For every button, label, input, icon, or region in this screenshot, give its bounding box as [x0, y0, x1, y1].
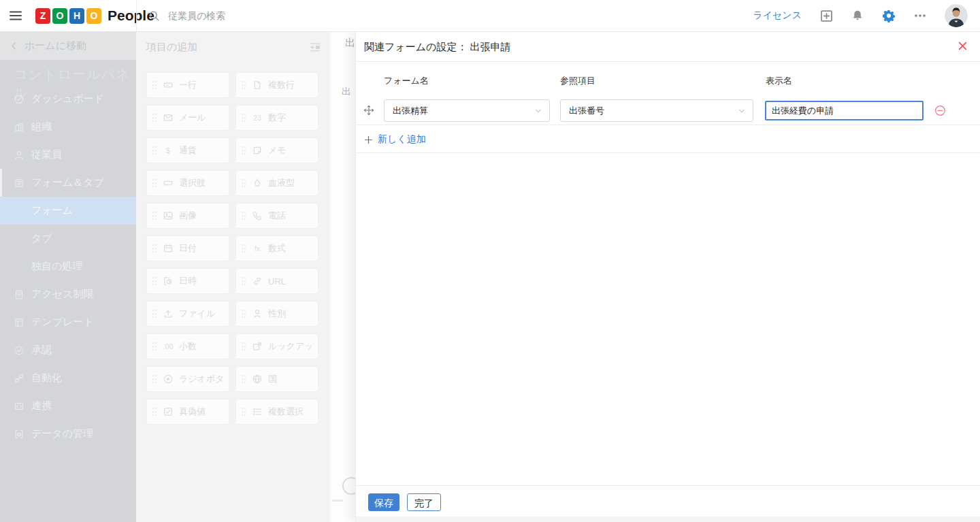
sidebar: ホームに移動 コントロールパネル ダッシュボード組織従業員フォーム＆タブフォーム… — [0, 31, 136, 522]
palette-field-label: 日時 — [179, 275, 197, 287]
palette-field-multi-select[interactable]: 複数選択 — [235, 399, 318, 425]
palette-field-currency[interactable]: $通貨 — [146, 137, 229, 163]
plus-icon — [364, 135, 373, 144]
add-new-row-link[interactable]: 新しく追加 — [364, 133, 426, 146]
field-palette: 項目の追加 一行複数行メール23数字$通貨メモ選択肢血液型画像電話日付fx数式日… — [136, 31, 330, 522]
chevron-down-icon — [117, 319, 125, 327]
notifications-bell-icon[interactable] — [851, 10, 864, 22]
palette-field-formula[interactable]: fx数式 — [235, 235, 318, 261]
palette-field-decimal[interactable]: .00小数 — [146, 333, 229, 359]
dashboard-icon — [14, 94, 24, 105]
palette-field-label: 電話 — [268, 210, 286, 222]
palette-field-radio[interactable]: ラジオボタン — [146, 366, 229, 392]
sidebar-item-access[interactable]: アクセス制限 — [0, 280, 136, 308]
palette-field-date[interactable]: 日付 — [146, 235, 229, 261]
palette-field-phone[interactable]: 電話 — [235, 203, 318, 229]
palette-field-number[interactable]: 23数字 — [235, 105, 318, 131]
search-input[interactable] — [167, 10, 387, 22]
integration-icon — [14, 401, 24, 412]
add-new-icon[interactable] — [820, 10, 833, 22]
search-icon — [148, 10, 160, 22]
save-button[interactable]: 保存 — [368, 493, 399, 511]
sidebar-item-label: 独自の処理 — [31, 260, 125, 273]
sidebar-item-approval[interactable]: 承認 — [0, 336, 136, 364]
palette-field-label: ルックアップ — [268, 340, 314, 353]
form-name-select[interactable]: 出張精算 — [384, 99, 550, 122]
gender-icon — [252, 308, 263, 319]
formula-icon: fx — [252, 244, 263, 252]
sidebar-item-data-admin[interactable]: データの管理 — [0, 420, 136, 448]
more-options-icon[interactable] — [914, 10, 926, 22]
sidebar-item-label: 連携 — [31, 399, 117, 412]
palette-field-choices[interactable]: 選択肢 — [146, 170, 229, 196]
remove-row-icon[interactable] — [934, 105, 946, 116]
palette-field-gender[interactable]: 性別 — [235, 301, 318, 327]
sidebar-item-label: 承認 — [31, 344, 125, 357]
sidebar-item-label: タブ — [31, 232, 125, 245]
palette-field-boolean[interactable]: 真偽値 — [146, 399, 229, 425]
mail-icon — [163, 112, 174, 123]
sidebar-item-tab[interactable]: タブ — [0, 225, 136, 252]
palette-field-url[interactable]: URL — [235, 268, 318, 294]
drag-dots-icon — [152, 341, 157, 352]
sidebar-item-custom-actions[interactable]: 独自の処理 — [0, 252, 136, 280]
settings-gear-icon[interactable] — [882, 9, 896, 22]
sidebar-item-employee[interactable]: 従業員 — [0, 141, 136, 169]
display-name-input[interactable] — [765, 101, 924, 120]
palette-field-file[interactable]: ファイル — [146, 301, 229, 327]
drag-dots-icon — [152, 243, 157, 254]
back-to-home[interactable]: ホームに移動 — [0, 31, 136, 60]
row-divider — [356, 125, 980, 125]
sidebar-item-integration[interactable]: 連携 — [0, 392, 136, 420]
sidebar-item-form[interactable]: フォーム — [0, 197, 136, 225]
sidebar-item-template[interactable]: テンプレート — [0, 308, 136, 336]
sidebar-item-forms-tabs[interactable]: フォーム＆タブ — [0, 169, 136, 197]
column-label-form-name: フォーム名 — [384, 75, 429, 87]
palette-field-memo[interactable]: メモ — [235, 137, 318, 163]
palette-field-mail[interactable]: メール — [146, 105, 229, 131]
background-page-strip: 出 出 — [330, 31, 355, 522]
lookup-icon — [252, 341, 263, 352]
drag-dots-icon — [152, 276, 157, 287]
chevron-down-icon — [117, 374, 125, 382]
collapse-panel-icon[interactable] — [310, 42, 321, 53]
sidebar-item-dashboard[interactable]: ダッシュボード — [0, 85, 136, 113]
sidebar-item-organization[interactable]: 組織 — [0, 113, 136, 141]
palette-field-country[interactable]: 国 — [235, 366, 318, 392]
url-icon — [252, 276, 263, 287]
drag-dots-icon — [241, 80, 246, 91]
data-icon — [14, 429, 24, 440]
palette-field-multi-line[interactable]: 複数行 — [235, 72, 318, 98]
palette-field-datetime[interactable]: 日時 — [146, 268, 229, 294]
sidebar-item-label: アクセス制限 — [31, 288, 117, 301]
background-text-fragment: 出 — [342, 86, 351, 98]
palette-field-blood-type[interactable]: 血液型 — [235, 170, 318, 196]
modal-header-divider — [356, 61, 980, 62]
phone-icon — [252, 210, 263, 221]
background-text-fragment: 出 — [345, 37, 355, 50]
sidebar-item-label: テンプレート — [31, 316, 117, 329]
palette-field-single-line[interactable]: 一行 — [146, 72, 229, 98]
reference-field-select-value: 出張番号 — [569, 100, 604, 121]
palette-field-label: 複数選択 — [268, 406, 304, 418]
sidebar-item-label: データの管理 — [31, 427, 117, 440]
drag-move-icon[interactable] — [363, 105, 374, 116]
employee-icon — [14, 150, 24, 161]
blood-type-icon — [252, 178, 263, 189]
logo-product-label: People — [108, 7, 154, 24]
footer-divider — [356, 485, 980, 486]
sidebar-item-automation[interactable]: 自動化 — [0, 364, 136, 392]
back-to-home-label: ホームに移動 — [24, 39, 86, 52]
drag-dots-icon — [152, 210, 157, 221]
hamburger-menu-icon[interactable] — [10, 11, 22, 20]
column-label-display-name: 表示名 — [766, 75, 792, 87]
license-link[interactable]: ライセンス — [753, 10, 802, 22]
done-button[interactable]: 完了 — [407, 493, 441, 511]
reference-field-select[interactable]: 出張番号 — [560, 99, 753, 122]
palette-field-lookup[interactable]: ルックアップ — [235, 333, 318, 359]
palette-field-image[interactable]: 画像 — [146, 203, 229, 229]
user-avatar[interactable] — [945, 4, 968, 27]
logo-tile: O — [86, 8, 101, 24]
close-icon[interactable] — [958, 41, 968, 51]
palette-field-label: 画像 — [179, 210, 197, 222]
